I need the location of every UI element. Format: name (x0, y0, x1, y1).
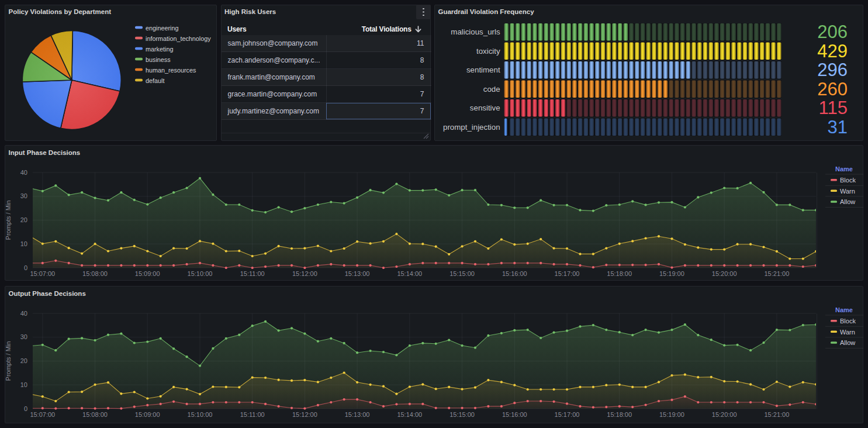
svg-text:code: code (483, 85, 500, 94)
svg-text:429: 429 (817, 41, 848, 61)
svg-text:296: 296 (817, 60, 848, 80)
svg-text:260: 260 (817, 79, 848, 99)
svg-text:malicious_urls: malicious_urls (451, 27, 500, 36)
svg-text:sensitive: sensitive (470, 103, 500, 112)
svg-text:sentiment: sentiment (466, 65, 500, 74)
svg-text:115: 115 (819, 98, 848, 118)
svg-text:31: 31 (828, 117, 848, 137)
svg-text:information_technology: information_technology (146, 35, 211, 42)
svg-text:default: default (146, 77, 164, 84)
svg-text:engineering: engineering (146, 25, 178, 32)
svg-text:human_resources: human_resources (146, 67, 196, 74)
svg-text:marketing: marketing (146, 46, 173, 53)
svg-text:business: business (146, 56, 171, 63)
svg-text:toxicity: toxicity (476, 47, 500, 56)
svg-text:206: 206 (817, 22, 848, 42)
svg-text:prompt_injection: prompt_injection (443, 123, 500, 132)
